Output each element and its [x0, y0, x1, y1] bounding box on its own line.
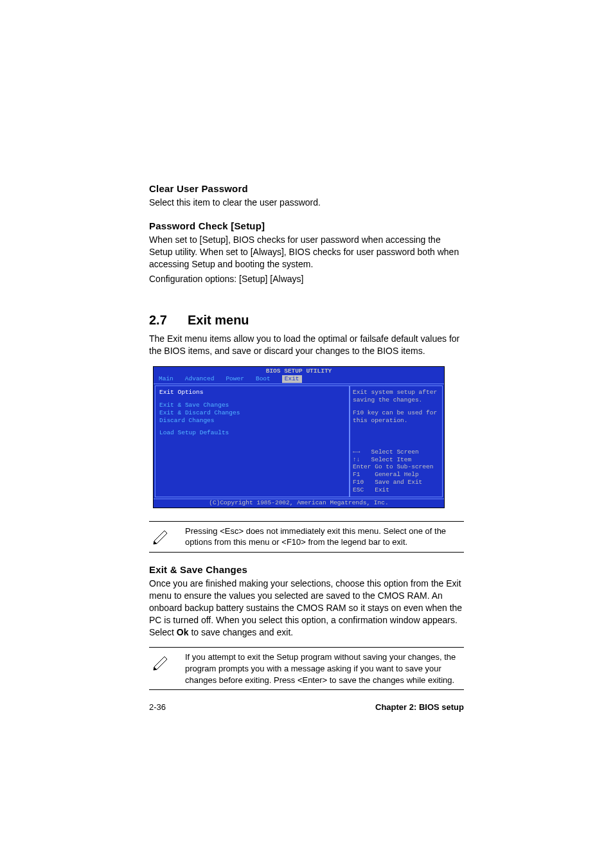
bios-nav-5: F10 Save and Exit [353, 479, 440, 486]
bios-item-discard: Discard Changes [159, 417, 345, 425]
text-password-check-2: Configuration options: [Setup] [Always] [149, 273, 464, 285]
bios-nav-6: ESC Exit [353, 486, 440, 494]
bios-title: BIOS SETUP UTILITY [154, 367, 444, 375]
bios-left-panel: Exit Options Exit & Save Changes Exit & … [155, 385, 350, 497]
bios-help-1: Exit system setup after saving the chang… [353, 389, 440, 404]
bios-nav-2: ↑↓ Select Item [353, 456, 440, 464]
text-exit-menu-intro: The Exit menu items allow you to load th… [149, 333, 464, 357]
section-number: 2.7 [149, 313, 188, 328]
bios-item-exit-save: Exit & Save Changes [159, 402, 345, 409]
heading-exit-menu: 2.7Exit menu [149, 313, 464, 328]
bios-tab-power: Power [226, 375, 244, 383]
heading-password-check: Password Check [Setup] [149, 220, 464, 231]
bios-nav-4: F1 General Help [353, 471, 440, 479]
note-text-1: Pressing <Esc> does not immediately exit… [185, 526, 464, 548]
text-exit-save-b: to save changes and exit. [189, 627, 294, 637]
bios-copyright: (C)Copyright 1985-2002, American Megatre… [154, 499, 444, 508]
bios-nav-3: Enter Go to Sub-screen [353, 463, 440, 471]
bios-exit-options-header: Exit Options [159, 389, 345, 396]
text-password-check-1: When set to [Setup], BIOS checks for use… [149, 234, 464, 270]
bios-menubar: Main Advanced Power Boot Exit [154, 375, 444, 384]
bios-tab-advanced: Advanced [185, 375, 215, 383]
heading-clear-user-password: Clear User Password [149, 183, 464, 194]
text-clear-user-password: Select this item to clear the user passw… [149, 197, 464, 209]
chapter-label: Chapter 2: BIOS setup [375, 702, 464, 712]
bios-tab-main: Main [159, 375, 173, 383]
pencil-icon [149, 651, 173, 671]
section-title: Exit menu [188, 313, 249, 327]
note-block-1: Pressing <Esc> does not immediately exit… [149, 521, 464, 553]
bios-right-panel: Exit system setup after saving the chang… [350, 385, 443, 497]
bios-nav-help: ←→ Select Screen ↑↓ Select Item Enter Go… [353, 448, 440, 494]
bios-nav-1: ←→ Select Screen [353, 448, 440, 456]
pencil-icon [149, 526, 173, 545]
bios-help-2: F10 key can be used for this operation. [353, 409, 440, 425]
bios-item-exit-discard: Exit & Discard Changes [159, 409, 345, 417]
note-block-2: If you attempt to exit the Setup program… [149, 647, 464, 690]
page-number: 2-36 [149, 702, 166, 712]
text-exit-save-changes: Once you are finished making your select… [149, 578, 464, 638]
bios-item-load-defaults: Load Setup Defaults [159, 429, 345, 437]
page-footer: 2-36 Chapter 2: BIOS setup [149, 702, 464, 712]
bios-tab-exit: Exit [282, 375, 302, 383]
note-text-2: If you attempt to exit the Setup program… [185, 651, 464, 686]
ok-label: Ok [177, 627, 189, 637]
bios-tab-boot: Boot [256, 375, 271, 383]
bios-screenshot: BIOS SETUP UTILITY Main Advanced Power B… [153, 366, 445, 508]
heading-exit-save-changes: Exit & Save Changes [149, 564, 464, 575]
